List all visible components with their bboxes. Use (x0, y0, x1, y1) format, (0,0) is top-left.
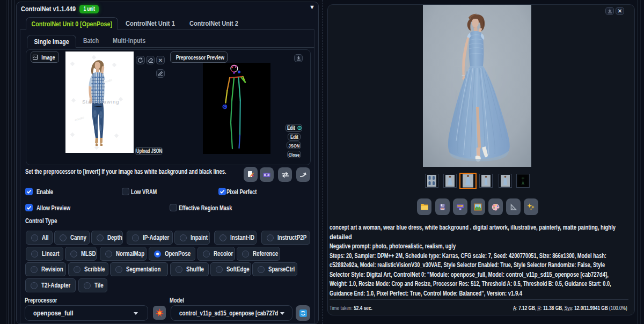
svg-text:Start-drawing: Start-drawing (82, 99, 120, 105)
svg-text:envato: envato (74, 115, 85, 121)
